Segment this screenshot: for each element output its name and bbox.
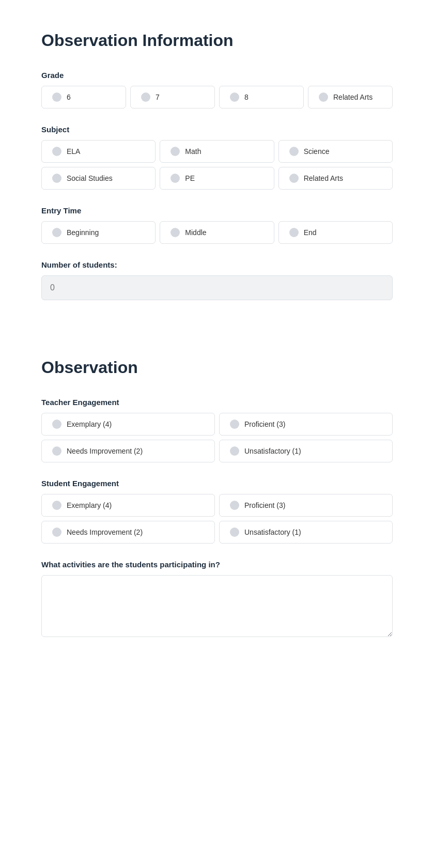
- student-unsatisfactory[interactable]: Unsatisfactory (1): [219, 521, 393, 544]
- entry-time-beginning[interactable]: Beginning: [41, 221, 156, 244]
- grade-option-related-arts[interactable]: Related Arts: [308, 86, 393, 109]
- radio-circle: [52, 501, 61, 510]
- entry-time-end[interactable]: End: [278, 221, 393, 244]
- teacher-unsatisfactory-label: Unsatisfactory (1): [244, 447, 301, 455]
- subject-options: ELA Math Science Social Studies PE Relat…: [41, 140, 393, 190]
- teacher-engagement-field: Teacher Engagement Exemplary (4) Profici…: [41, 398, 393, 462]
- student-unsatisfactory-label: Unsatisfactory (1): [244, 528, 301, 536]
- entry-time-field: Entry Time Beginning Middle End: [41, 206, 393, 244]
- num-students-field: Number of students:: [41, 260, 393, 300]
- radio-circle: [289, 147, 299, 156]
- section-divider: [41, 317, 393, 358]
- radio-circle: [52, 174, 61, 183]
- student-exemplary-label: Exemplary (4): [67, 501, 112, 509]
- entry-time-options: Beginning Middle End: [41, 221, 393, 244]
- teacher-exemplary-label: Exemplary (4): [67, 420, 112, 428]
- student-proficient-label: Proficient (3): [244, 501, 285, 509]
- teacher-exemplary[interactable]: Exemplary (4): [41, 413, 215, 436]
- radio-circle: [230, 92, 239, 102]
- entry-time-middle-label: Middle: [185, 228, 206, 237]
- radio-circle: [52, 528, 61, 537]
- grade-option-8[interactable]: 8: [219, 86, 304, 109]
- radio-circle: [171, 228, 180, 237]
- subject-option-social-studies[interactable]: Social Studies: [41, 167, 156, 190]
- student-exemplary[interactable]: Exemplary (4): [41, 494, 215, 517]
- subject-science-label: Science: [304, 147, 330, 156]
- teacher-engagement-options: Exemplary (4) Proficient (3) Needs Impro…: [41, 413, 393, 462]
- subject-label: Subject: [41, 125, 393, 134]
- radio-circle: [319, 92, 328, 102]
- subject-ela-label: ELA: [67, 147, 80, 156]
- teacher-needs-improvement-label: Needs Improvement (2): [67, 447, 143, 455]
- subject-option-related-arts[interactable]: Related Arts: [278, 167, 393, 190]
- subject-field: Subject ELA Math Science Social Studies …: [41, 125, 393, 190]
- subject-option-science[interactable]: Science: [278, 140, 393, 163]
- entry-time-middle[interactable]: Middle: [160, 221, 274, 244]
- student-needs-improvement[interactable]: Needs Improvement (2): [41, 521, 215, 544]
- radio-circle: [141, 92, 150, 102]
- radio-circle: [52, 92, 61, 102]
- radio-circle: [230, 446, 239, 456]
- grade-options: 6 7 8 Related Arts: [41, 86, 393, 109]
- subject-option-ela[interactable]: ELA: [41, 140, 156, 163]
- radio-circle: [171, 174, 180, 183]
- radio-circle: [52, 420, 61, 429]
- student-needs-improvement-label: Needs Improvement (2): [67, 528, 143, 536]
- activities-textarea[interactable]: [41, 575, 393, 637]
- subject-option-pe[interactable]: PE: [160, 167, 274, 190]
- radio-circle: [230, 501, 239, 510]
- subject-related-arts-label: Related Arts: [304, 174, 343, 182]
- student-engagement-options: Exemplary (4) Proficient (3) Needs Impro…: [41, 494, 393, 544]
- entry-time-label: Entry Time: [41, 206, 393, 215]
- grade-option-6-label: 6: [67, 93, 71, 101]
- subject-pe-label: PE: [185, 174, 195, 182]
- radio-circle: [230, 420, 239, 429]
- grade-option-7-label: 7: [156, 93, 160, 101]
- entry-time-beginning-label: Beginning: [67, 228, 99, 237]
- subject-math-label: Math: [185, 147, 201, 156]
- student-proficient[interactable]: Proficient (3): [219, 494, 393, 517]
- radio-circle: [52, 147, 61, 156]
- student-engagement-field: Student Engagement Exemplary (4) Profici…: [41, 479, 393, 544]
- activities-label: What activities are the students partici…: [41, 560, 393, 569]
- radio-circle: [52, 446, 61, 456]
- entry-time-end-label: End: [304, 228, 317, 237]
- teacher-proficient[interactable]: Proficient (3): [219, 413, 393, 436]
- teacher-engagement-label: Teacher Engagement: [41, 398, 393, 407]
- activities-field: What activities are the students partici…: [41, 560, 393, 639]
- num-students-input[interactable]: [41, 275, 393, 300]
- subject-option-math[interactable]: Math: [160, 140, 274, 163]
- radio-circle: [289, 174, 299, 183]
- grade-option-related-arts-label: Related Arts: [333, 93, 373, 101]
- teacher-needs-improvement[interactable]: Needs Improvement (2): [41, 440, 215, 462]
- grade-option-6[interactable]: 6: [41, 86, 126, 109]
- grade-option-7[interactable]: 7: [130, 86, 215, 109]
- radio-circle: [52, 228, 61, 237]
- num-students-label: Number of students:: [41, 260, 393, 269]
- teacher-unsatisfactory[interactable]: Unsatisfactory (1): [219, 440, 393, 462]
- observation-title: Observation: [41, 358, 393, 377]
- observation-info-title: Observation Information: [41, 31, 393, 50]
- grade-label: Grade: [41, 71, 393, 80]
- grade-option-8-label: 8: [244, 93, 249, 101]
- student-engagement-label: Student Engagement: [41, 479, 393, 488]
- radio-circle: [289, 228, 299, 237]
- grade-field: Grade 6 7 8 Related Arts: [41, 71, 393, 109]
- teacher-proficient-label: Proficient (3): [244, 420, 285, 428]
- radio-circle: [230, 528, 239, 537]
- subject-social-studies-label: Social Studies: [67, 174, 113, 182]
- radio-circle: [171, 147, 180, 156]
